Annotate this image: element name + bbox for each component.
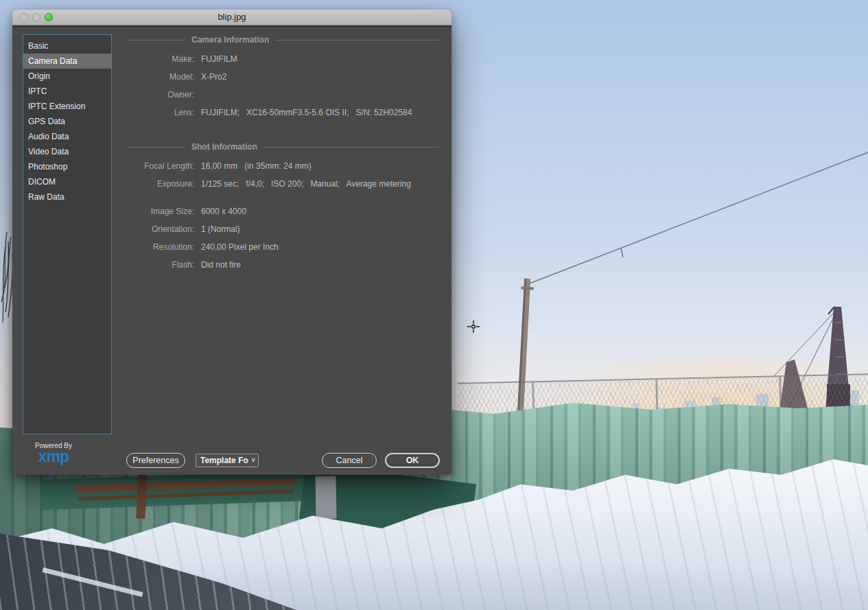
ok-button[interactable]: OK xyxy=(385,453,440,468)
divider xyxy=(127,40,185,40)
field-value: 240,00 Pixel per Inch xyxy=(201,242,279,252)
section-title: Camera Information xyxy=(191,35,269,45)
divider xyxy=(275,40,439,40)
section-header: Camera Information xyxy=(115,34,439,45)
dialog-title: blip.jpg xyxy=(12,10,451,25)
sidebar-item-gps-data[interactable]: GPS Data xyxy=(23,114,111,129)
sidebar-item-origin[interactable]: Origin xyxy=(23,69,111,84)
dialog-titlebar: blip.jpg xyxy=(12,10,451,25)
field-label: Focal Length: xyxy=(115,161,201,171)
crosshair-cursor-icon xyxy=(467,320,480,333)
metadata-row: Image Size: 6000 x 4000 xyxy=(115,202,439,220)
file-info-dialog: blip.jpg Basic Camera Data Origin IPTC I… xyxy=(12,10,451,475)
tree-branches xyxy=(1,232,13,322)
field-label: Resolution: xyxy=(115,242,201,252)
field-label: Image Size: xyxy=(115,207,201,216)
field-label: Make: xyxy=(115,54,201,64)
template-dropdown-label: Template Fo xyxy=(200,454,251,467)
sidebar-item-dicom[interactable]: DICOM xyxy=(23,174,111,189)
preferences-button[interactable]: Preferences xyxy=(126,453,185,468)
sidebar-item-iptc-extension[interactable]: IPTC Extension xyxy=(23,99,111,114)
divider xyxy=(263,147,439,148)
xmp-logo-text: xmp xyxy=(26,449,81,463)
traffic-light-minimize-icon[interactable] xyxy=(32,13,40,21)
xmp-logo: Powered By xmp xyxy=(26,442,81,463)
shot-information-panel: Shot Information Focal Length: 16,00 mm … xyxy=(115,141,439,274)
metadata-row: Owner: xyxy=(115,86,439,104)
power-wire xyxy=(530,152,868,283)
metadata-row: Lens: FUJIFILM; XC16-50mmF3.5-5.6 OIS II… xyxy=(115,104,439,121)
metadata-category-list: Basic Camera Data Origin IPTC IPTC Exten… xyxy=(23,34,112,434)
sidebar-item-video-data[interactable]: Video Data xyxy=(23,144,111,159)
traffic-lights xyxy=(20,13,53,21)
field-value: FUJIFILM xyxy=(201,54,237,64)
field-value: 1 (Normal) xyxy=(201,224,240,234)
section-title: Shot Information xyxy=(191,142,257,152)
cancel-button[interactable]: Cancel xyxy=(322,453,377,468)
field-label: Flash: xyxy=(115,260,201,270)
sidebar-item-raw-data[interactable]: Raw Data xyxy=(23,189,111,204)
field-value: X-Pro2 xyxy=(201,72,226,82)
chevron-down-icon: ˅ xyxy=(251,454,258,467)
camera-information-panel: Camera Information Make: FUJIFILM Model:… xyxy=(115,34,439,121)
field-label: Lens: xyxy=(115,108,201,117)
field-value: FUJIFILM; XC16-50mmF3.5-5.6 OIS II; S/N:… xyxy=(201,108,412,117)
metadata-row: Resolution: 240,00 Pixel per Inch xyxy=(115,238,439,256)
template-dropdown[interactable]: Template Fo ˅ xyxy=(196,454,259,467)
traffic-light-zoom-icon[interactable] xyxy=(45,13,53,21)
titlebar-shadow xyxy=(12,25,451,27)
metadata-row: Flash: Did not fire xyxy=(115,256,439,274)
field-value: 1/125 sec; f/4,0; ISO 200; Manual; Avera… xyxy=(201,179,411,189)
wood-beam xyxy=(136,473,147,519)
sidebar-item-iptc[interactable]: IPTC xyxy=(23,84,111,99)
traffic-light-close-icon[interactable] xyxy=(20,13,28,21)
screen: blip.jpg Basic Camera Data Origin IPTC I… xyxy=(0,0,868,610)
field-value: 6000 x 4000 xyxy=(201,207,246,216)
section-header: Shot Information xyxy=(115,141,439,152)
concrete-post xyxy=(315,476,336,519)
sidebar-item-photoshop[interactable]: Photoshop xyxy=(23,159,111,174)
sidebar-item-camera-data[interactable]: Camera Data xyxy=(23,54,111,69)
field-label: Orientation: xyxy=(115,224,201,234)
metadata-row: Make: FUJIFILM xyxy=(115,50,439,68)
divider xyxy=(127,147,185,148)
field-value: 16,00 mm (in 35mm: 24 mm) xyxy=(201,161,312,171)
metadata-row: Focal Length: 16,00 mm (in 35mm: 24 mm) xyxy=(115,157,439,175)
metadata-row: Exposure: 1/125 sec; f/4,0; ISO 200; Man… xyxy=(115,175,439,193)
metadata-row: Orientation: 1 (Normal) xyxy=(115,220,439,238)
sidebar-item-basic[interactable]: Basic xyxy=(23,38,111,54)
field-label: Model: xyxy=(115,72,201,82)
metadata-row: Model: X-Pro2 xyxy=(115,68,439,86)
field-label: Exposure: xyxy=(115,179,201,189)
field-label: Owner: xyxy=(115,90,201,99)
sidebar-item-audio-data[interactable]: Audio Data xyxy=(23,129,111,144)
field-value: Did not fire xyxy=(201,260,241,270)
